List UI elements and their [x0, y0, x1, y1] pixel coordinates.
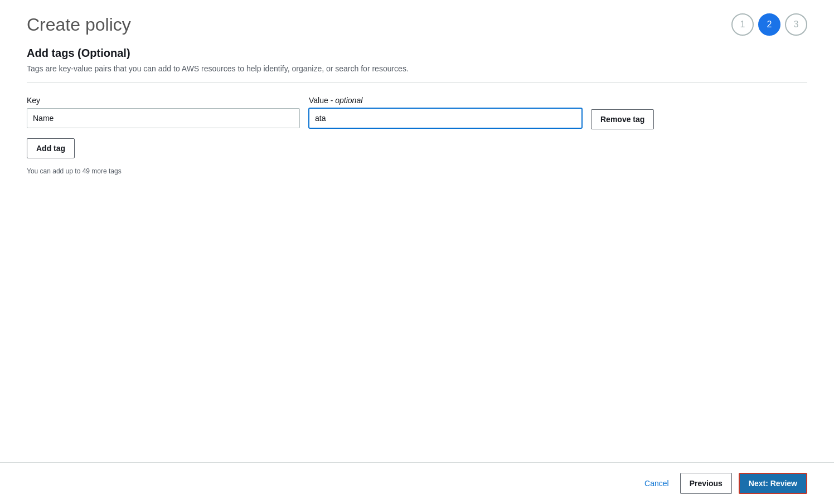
- value-input[interactable]: [309, 108, 582, 128]
- header-area: Create policy 1 2 3: [0, 0, 834, 47]
- page-title: Create policy: [27, 14, 131, 35]
- tags-hint: You can add up to 49 more tags: [27, 167, 807, 175]
- next-review-button[interactable]: Next: Review: [739, 473, 807, 494]
- main-content: Add tags (Optional) Tags are key-value p…: [0, 47, 834, 462]
- step-indicators: 1 2 3: [731, 13, 807, 36]
- remove-tag-button[interactable]: Remove tag: [591, 109, 654, 129]
- footer-bar: Cancel Previous Next: Review: [0, 462, 834, 504]
- section-divider: [27, 82, 807, 83]
- section-title: Add tags (Optional): [27, 47, 807, 60]
- step-2-indicator[interactable]: 2: [758, 13, 780, 36]
- value-form-group: Value - optional: [309, 96, 582, 128]
- value-label: Value - optional: [309, 96, 582, 105]
- previous-button[interactable]: Previous: [680, 473, 732, 494]
- tag-row: Key Value - optional Remove tag: [27, 96, 807, 129]
- tags-form: Key Value - optional Remove tag Add tag …: [27, 96, 807, 175]
- add-tag-button[interactable]: Add tag: [27, 138, 75, 158]
- section-description: Tags are key-value pairs that you can ad…: [27, 64, 807, 73]
- cancel-button[interactable]: Cancel: [640, 479, 673, 488]
- key-form-group: Key: [27, 96, 300, 128]
- step-3-indicator[interactable]: 3: [785, 13, 807, 36]
- page-container: Create policy 1 2 3 Add tags (Optional) …: [0, 0, 834, 504]
- key-input[interactable]: [27, 108, 300, 128]
- key-label: Key: [27, 96, 300, 105]
- step-1-indicator[interactable]: 1: [731, 13, 754, 36]
